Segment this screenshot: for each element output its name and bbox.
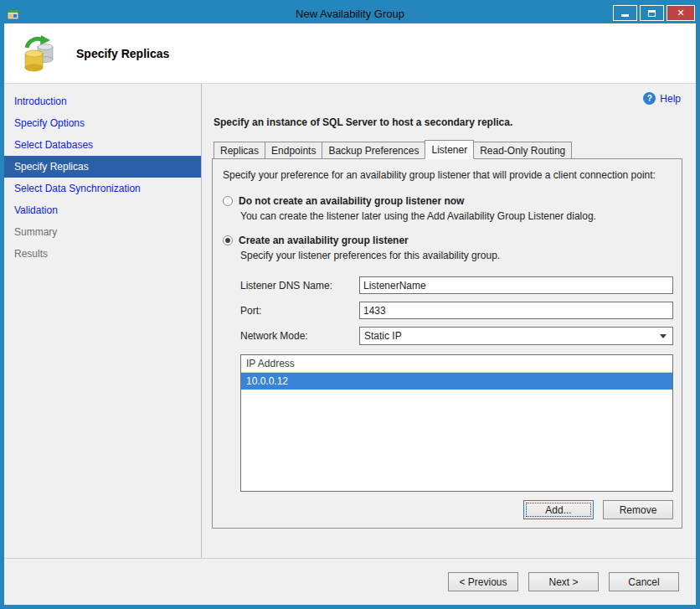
help-link[interactable]: ? Help [643, 92, 681, 105]
network-mode-row: Network Mode: Static IP [240, 327, 673, 345]
minimize-icon [621, 14, 629, 17]
maximize-icon [648, 10, 656, 17]
help-label: Help [660, 93, 681, 105]
tab-backup-preferences[interactable]: Backup Preferences [322, 142, 425, 159]
tab-listener[interactable]: Listener [425, 140, 474, 159]
maximize-button[interactable] [640, 5, 664, 21]
wizard-header: Specify Replicas [4, 23, 696, 84]
sidebar-item-specify-replicas[interactable]: Specify Replicas [4, 156, 201, 178]
network-mode-value: Static IP [364, 330, 402, 342]
listener-intro-text: Specify your preference for an availabil… [223, 169, 672, 181]
radio-create-listener-description: Specify your listener preferences for th… [240, 250, 673, 261]
minimize-button[interactable] [613, 5, 637, 21]
add-button[interactable]: Add... [523, 500, 594, 519]
tab-read-only-routing[interactable]: Read-Only Routing [473, 142, 572, 159]
radio-no-listener-circle[interactable] [223, 196, 233, 206]
chevron-down-icon [660, 334, 667, 338]
dns-name-row: Listener DNS Name: [240, 276, 673, 294]
wizard-body: Introduction Specify Options Select Data… [4, 84, 696, 558]
port-row: Port: [240, 302, 673, 319]
radio-create-listener-circle[interactable] [223, 235, 233, 245]
network-mode-label: Network Mode: [240, 330, 359, 342]
ip-address-row[interactable]: 10.0.0.12 [241, 373, 672, 390]
dns-name-label: Listener DNS Name: [240, 280, 359, 292]
ip-address-list[interactable]: IP Address 10.0.0.12 [240, 354, 673, 492]
sidebar-item-introduction[interactable]: Introduction [4, 90, 201, 112]
sidebar-item-validation[interactable]: Validation [4, 199, 201, 221]
availability-group-icon [19, 34, 58, 73]
previous-button[interactable]: < Previous [448, 572, 518, 591]
next-button[interactable]: Next > [528, 572, 599, 591]
listener-fields: Listener DNS Name: Port: Network Mode: S… [240, 276, 673, 353]
wizard-footer: < Previous Next > Cancel [4, 558, 696, 605]
tab-replicas[interactable]: Replicas [214, 142, 265, 159]
replica-tabs: Replicas Endpoints Backup Preferences Li… [214, 140, 682, 159]
sidebar-item-select-databases[interactable]: Select Databases [4, 134, 201, 156]
port-input[interactable] [359, 302, 673, 319]
ip-address-column-header: IP Address [241, 355, 672, 373]
window-title: New Availability Group [4, 8, 696, 20]
page-title: Specify Replicas [76, 47, 169, 60]
remove-button[interactable]: Remove [603, 500, 673, 519]
radio-no-listener[interactable]: Do not create an availability group list… [223, 195, 673, 207]
instruction-text: Specify an instance of SQL Server to hos… [214, 116, 682, 128]
main-content: ? Help Specify an instance of SQL Server… [202, 84, 696, 558]
sidebar-item-summary: Summary [4, 221, 201, 243]
dns-name-input[interactable] [359, 276, 673, 294]
radio-no-listener-description: You can create the listener later using … [240, 210, 673, 222]
new-availability-group-window: New Availability Group ✕ Specify Replica… [0, 0, 700, 609]
sidebar-item-specify-options[interactable]: Specify Options [4, 112, 201, 134]
radio-no-listener-label: Do not create an availability group list… [239, 195, 464, 207]
network-mode-select[interactable]: Static IP [359, 327, 673, 345]
tab-endpoints[interactable]: Endpoints [265, 142, 322, 159]
port-label: Port: [240, 305, 359, 317]
radio-create-listener-label: Create an availability group listener [239, 235, 409, 246]
ip-list-buttons: Add... Remove [221, 500, 673, 519]
radio-create-listener[interactable]: Create an availability group listener [223, 235, 673, 246]
listener-tab-panel: Specify your preference for an availabil… [212, 158, 682, 529]
titlebar: New Availability Group ✕ [4, 4, 696, 23]
close-button[interactable]: ✕ [667, 5, 695, 21]
cancel-button[interactable]: Cancel [609, 572, 679, 591]
sidebar-item-select-data-synchronization[interactable]: Select Data Synchronization [4, 178, 201, 199]
sidebar-item-results: Results [4, 243, 201, 265]
window-controls: ✕ [613, 5, 695, 21]
close-icon: ✕ [677, 8, 684, 18]
wizard-steps-sidebar: Introduction Specify Options Select Data… [4, 84, 202, 558]
help-icon: ? [643, 92, 656, 105]
